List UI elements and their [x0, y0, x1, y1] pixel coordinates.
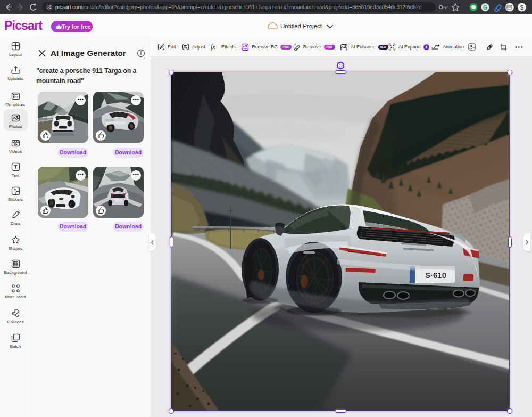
svg-text:fx: fx	[211, 43, 215, 51]
svg-text:G: G	[483, 5, 487, 11]
svg-text:S: S	[520, 5, 524, 11]
svg-text:S·610: S·610	[425, 271, 446, 280]
